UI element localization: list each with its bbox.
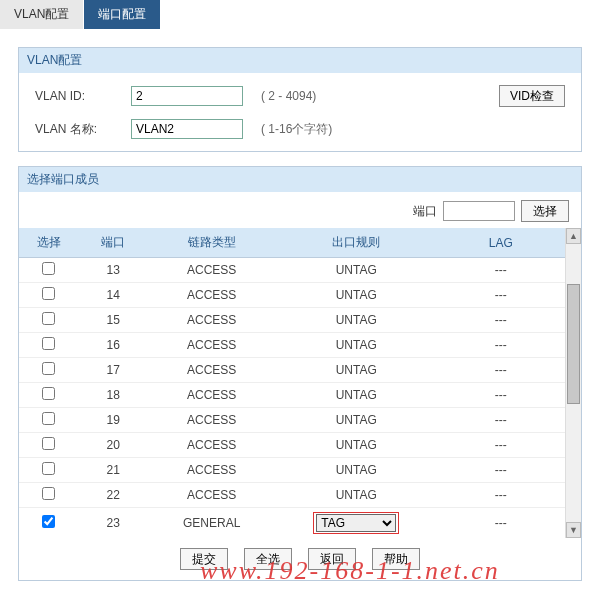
cell-port: 14 <box>79 283 148 308</box>
cell-port: 18 <box>79 383 148 408</box>
port-filter-input[interactable] <box>443 201 515 221</box>
cell-egress-rule: UNTAG <box>276 408 437 433</box>
vlan-id-input[interactable] <box>131 86 243 106</box>
vlan-config-section: VLAN配置 VLAN ID: ( 2 - 4094) VID检查 VLAN 名… <box>18 47 582 152</box>
table-row: 13ACCESSUNTAG--- <box>19 258 565 283</box>
table-row: 14ACCESSUNTAG--- <box>19 283 565 308</box>
cell-egress-rule: UNTAG <box>276 333 437 358</box>
table-row: 20ACCESSUNTAG--- <box>19 433 565 458</box>
cell-port: 21 <box>79 458 148 483</box>
vlan-id-label: VLAN ID: <box>35 89 131 103</box>
cell-lag: --- <box>437 433 566 458</box>
vlan-name-input[interactable] <box>131 119 243 139</box>
vlan-name-hint: ( 1-16个字符) <box>261 121 332 138</box>
row-checkbox[interactable] <box>42 312 55 325</box>
tab-port-config[interactable]: 端口配置 <box>84 0 161 29</box>
port-table: 选择 端口 链路类型 出口规则 LAG 13ACCESSUNTAG---14AC… <box>19 228 565 538</box>
submit-button[interactable]: 提交 <box>180 548 228 570</box>
row-checkbox[interactable] <box>42 487 55 500</box>
cell-lag: --- <box>437 283 566 308</box>
cell-link-type: ACCESS <box>147 333 275 358</box>
cell-egress-rule: UNTAG <box>276 458 437 483</box>
help-button[interactable]: 帮助 <box>372 548 420 570</box>
cell-lag: --- <box>437 258 566 283</box>
cell-port: 16 <box>79 333 148 358</box>
cell-port: 22 <box>79 483 148 508</box>
cell-egress-rule: UNTAG <box>276 383 437 408</box>
cell-port: 19 <box>79 408 148 433</box>
cell-egress-rule: UNTAG <box>276 433 437 458</box>
table-row: 18ACCESSUNTAG--- <box>19 383 565 408</box>
cell-port: 13 <box>79 258 148 283</box>
table-row: 17ACCESSUNTAG--- <box>19 358 565 383</box>
vid-check-button[interactable]: VID检查 <box>499 85 565 107</box>
cell-lag: --- <box>437 333 566 358</box>
cell-link-type: ACCESS <box>147 258 275 283</box>
cell-egress-rule: UNTAG <box>276 308 437 333</box>
row-checkbox[interactable] <box>42 462 55 475</box>
cell-lag: --- <box>437 358 566 383</box>
col-egress-rule: 出口规则 <box>276 228 437 258</box>
table-row: 15ACCESSUNTAG--- <box>19 308 565 333</box>
cell-link-type: ACCESS <box>147 308 275 333</box>
port-filter-label: 端口 <box>413 203 437 220</box>
scroll-down-icon[interactable]: ▼ <box>566 522 581 538</box>
scroll-thumb[interactable] <box>567 284 580 404</box>
port-member-section: 选择端口成员 端口 选择 选择 端口 链路类型 出口规则 LAG <box>18 166 582 581</box>
table-row: 23GENERALTAGUNTAG--- <box>19 508 565 539</box>
row-checkbox[interactable] <box>42 412 55 425</box>
col-select: 选择 <box>19 228 79 258</box>
table-row: 19ACCESSUNTAG--- <box>19 408 565 433</box>
cell-port: 20 <box>79 433 148 458</box>
col-link-type: 链路类型 <box>147 228 275 258</box>
scroll-up-icon[interactable]: ▲ <box>566 228 581 244</box>
table-row: 21ACCESSUNTAG--- <box>19 458 565 483</box>
col-lag: LAG <box>437 228 566 258</box>
cell-lag: --- <box>437 458 566 483</box>
row-checkbox[interactable] <box>42 262 55 275</box>
table-scrollbar[interactable]: ▲ ▼ <box>565 228 581 538</box>
cell-link-type: ACCESS <box>147 458 275 483</box>
back-button[interactable]: 返回 <box>308 548 356 570</box>
cell-link-type: ACCESS <box>147 283 275 308</box>
cell-link-type: ACCESS <box>147 383 275 408</box>
port-section-title: 选择端口成员 <box>19 167 581 192</box>
cell-lag: --- <box>437 408 566 433</box>
cell-link-type: ACCESS <box>147 483 275 508</box>
table-row: 22ACCESSUNTAG--- <box>19 483 565 508</box>
row-checkbox[interactable] <box>42 337 55 350</box>
cell-link-type: ACCESS <box>147 433 275 458</box>
col-port: 端口 <box>79 228 148 258</box>
vlan-section-title: VLAN配置 <box>19 48 581 73</box>
row-checkbox[interactable] <box>42 515 55 528</box>
cell-lag: --- <box>437 308 566 333</box>
port-select-button[interactable]: 选择 <box>521 200 569 222</box>
cell-port: 23 <box>79 508 148 539</box>
table-row: 16ACCESSUNTAG--- <box>19 333 565 358</box>
cell-egress-rule: UNTAG <box>276 258 437 283</box>
cell-egress-rule: UNTAG <box>276 283 437 308</box>
cell-link-type: GENERAL <box>147 508 275 539</box>
tab-vlan-config[interactable]: VLAN配置 <box>0 0 84 29</box>
cell-port: 15 <box>79 308 148 333</box>
row-checkbox[interactable] <box>42 287 55 300</box>
row-checkbox[interactable] <box>42 437 55 450</box>
cell-egress-rule: TAGUNTAG <box>276 508 437 539</box>
row-checkbox[interactable] <box>42 387 55 400</box>
vlan-id-hint: ( 2 - 4094) <box>261 89 316 103</box>
select-all-button[interactable]: 全选 <box>244 548 292 570</box>
row-checkbox[interactable] <box>42 362 55 375</box>
cell-lag: --- <box>437 508 566 539</box>
vlan-name-label: VLAN 名称: <box>35 121 131 138</box>
cell-egress-rule: UNTAG <box>276 483 437 508</box>
tabs: VLAN配置 端口配置 <box>0 0 600 29</box>
cell-link-type: ACCESS <box>147 408 275 433</box>
cell-lag: --- <box>437 483 566 508</box>
cell-egress-rule: UNTAG <box>276 358 437 383</box>
cell-link-type: ACCESS <box>147 358 275 383</box>
cell-lag: --- <box>437 383 566 408</box>
egress-rule-select[interactable]: TAGUNTAG <box>316 514 396 532</box>
cell-port: 17 <box>79 358 148 383</box>
